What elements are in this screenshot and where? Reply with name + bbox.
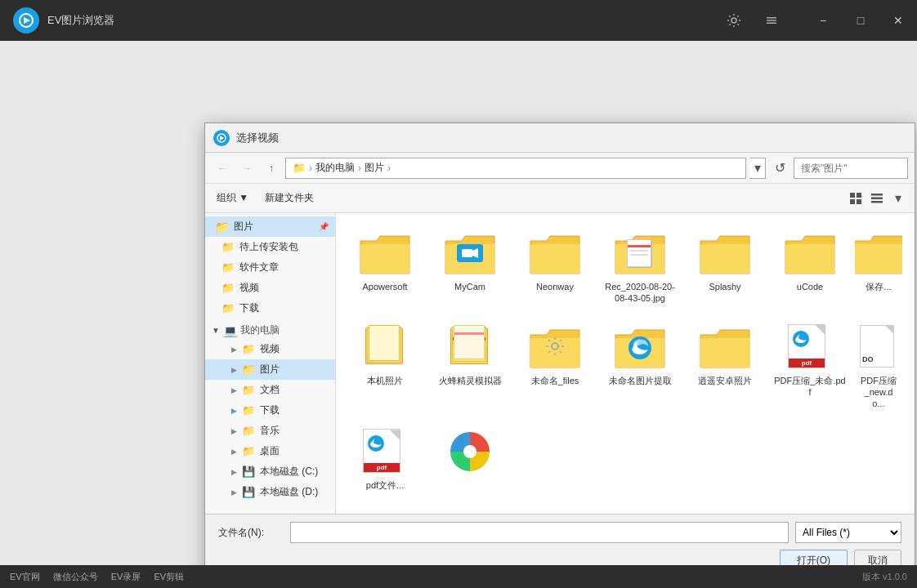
sidebar-item-download[interactable]: 📁 下载 — [205, 298, 335, 318]
file-item-neonway[interactable]: Neonway — [514, 221, 596, 312]
file-icon-mycam — [441, 229, 499, 278]
file-item-pdf3[interactable]: pdf pdf文件... — [344, 420, 426, 498]
folder-icon-pending: 📁 — [221, 241, 235, 253]
file-item-mycam[interactable]: MyCam — [429, 221, 511, 312]
new-folder-button[interactable]: 新建文件夹 — [260, 189, 319, 207]
minimize-button[interactable]: − — [804, 0, 842, 41]
file-item-colors[interactable] — [429, 420, 511, 498]
svg-marker-4 — [220, 136, 224, 140]
file-item-unnamed-files[interactable]: 未命名_files — [514, 315, 596, 417]
footer-version: 版本 v1.0.0 — [862, 571, 907, 583]
file-item-ucode[interactable]: uCode — [769, 221, 851, 312]
svg-rect-8 — [857, 199, 861, 204]
sidebar-label-video: 视频 — [239, 281, 259, 295]
sidebar-item-pending[interactable]: 📁 待上传安装包 — [205, 237, 335, 257]
svg-point-16 — [793, 331, 809, 347]
file-item-huofeng[interactable]: 火蜂精灵模拟器 — [429, 315, 511, 417]
svg-point-19 — [463, 445, 476, 458]
address-bar: ← → ↑ 📁 › 我的电脑 › 图片 › ▾ ↺ — [205, 153, 915, 184]
view-grid-button[interactable] — [846, 189, 866, 208]
svg-point-14 — [552, 343, 558, 350]
sidebar-item-pictures2[interactable]: ▶ 📁 图片 — [205, 359, 335, 380]
footer-link-website[interactable]: EV官网 — [10, 571, 40, 583]
search-input[interactable] — [794, 158, 908, 179]
forward-button[interactable]: → — [236, 158, 257, 179]
file-item-pdf2[interactable]: DO PDF压缩_new.do... — [854, 315, 903, 417]
filename-input[interactable] — [290, 522, 789, 543]
sidebar-item-video2[interactable]: ▶ 📁 视频 — [205, 339, 335, 359]
svg-marker-1 — [24, 17, 30, 24]
sidebar-item-disk-c[interactable]: ▶ 💾 本地磁盘 (C:) — [205, 461, 335, 482]
svg-point-17 — [368, 435, 384, 452]
file-item-local-photos[interactable]: 本机照片 — [344, 315, 426, 417]
settings-icon-btn[interactable] — [719, 6, 749, 35]
expand-icon-downloads2: ▶ — [231, 407, 237, 415]
expand-icon-disk-d: ▶ — [231, 488, 237, 497]
file-item-unnamed-extract[interactable]: 未命名图片提取 — [599, 315, 681, 417]
file-item-splashy[interactable]: Splashy — [684, 221, 766, 312]
computer-icon: 💻 — [223, 324, 237, 337]
sidebar-label-desktop: 桌面 — [260, 444, 280, 458]
footer-link-wechat[interactable]: 微信公众号 — [53, 571, 98, 583]
sidebar-label-pictures: 图片 — [234, 220, 253, 234]
sidebar-label-video2: 视频 — [260, 342, 280, 356]
file-item-pdf1[interactable]: pdf PDF压缩_未命.pdf — [769, 315, 851, 417]
refresh-button[interactable]: ↺ — [769, 158, 790, 179]
sidebar-label-pending: 待上传安装包 — [239, 240, 298, 254]
dropdown-icon-btn[interactable] — [757, 6, 786, 35]
sidebar-label-disk-c: 本地磁盘 (C:) — [260, 465, 318, 479]
file-item-xiaoyao[interactable]: 逍遥安卓照片 — [684, 315, 766, 417]
file-icon-rec — [611, 229, 669, 278]
file-name-splashy: Splashy — [709, 281, 740, 292]
expand-icon-disk-c: ▶ — [231, 468, 237, 476]
file-grid: Apowersoft — [336, 213, 915, 507]
file-scroll-container[interactable]: Apowersoft — [336, 213, 915, 514]
app-logo — [13, 7, 39, 33]
sidebar-item-video[interactable]: 📁 视频 — [205, 278, 335, 298]
sidebar-item-downloads2[interactable]: ▶ 📁 下载 — [205, 400, 335, 421]
file-item-save[interactable]: 保存... — [854, 221, 903, 312]
back-button[interactable]: ← — [212, 158, 233, 179]
view-dropdown-button[interactable]: ▾ — [888, 189, 908, 208]
organize-button[interactable]: 组织 ▼ — [212, 189, 253, 207]
up-button[interactable]: ↑ — [261, 158, 282, 179]
sidebar-mycomputer[interactable]: ▼ 💻 我的电脑 — [205, 318, 335, 339]
sidebar-item-music[interactable]: ▶ 📁 音乐 — [205, 421, 335, 441]
file-icon-colors — [441, 427, 499, 476]
app-area: 选择视频 ← → ↑ 📁 › 我的电脑 › 图片 › ▾ ↺ 组织 ▼ 新建文件… — [0, 41, 917, 588]
file-icon-unnamed-files — [526, 323, 584, 372]
app-title: EV图片浏览器 — [47, 13, 114, 28]
path-part-pictures: 图片 — [365, 161, 384, 175]
filetype-select[interactable]: All Files (*) — [795, 522, 901, 543]
sidebar-item-pictures[interactable]: 📁 图片 📌 — [205, 216, 335, 237]
close-button[interactable]: ✕ — [879, 0, 917, 41]
disk-icon-c: 💾 — [242, 466, 255, 478]
address-path[interactable]: 📁 › 我的电脑 › 图片 › — [285, 158, 746, 179]
view-list-button[interactable] — [867, 189, 887, 208]
sidebar-item-documents[interactable]: ▶ 📁 文档 — [205, 380, 335, 400]
path-icon: 📁 — [293, 162, 306, 174]
file-name-pdf3: pdf文件... — [366, 479, 404, 491]
expand-icon-mycomputer: ▼ — [212, 326, 220, 335]
file-item-rec[interactable]: Rec_2020-08-20-08-43-05.jpg — [599, 221, 681, 312]
address-dropdown[interactable]: ▾ — [749, 158, 766, 179]
folder-icon-pictures2: 📁 — [242, 363, 255, 376]
sidebar-item-disk-d[interactable]: ▶ 💾 本地磁盘 (D:) — [205, 482, 335, 502]
footer-link-editor[interactable]: EV剪辑 — [154, 571, 184, 583]
sidebar-item-software[interactable]: 📁 软件文章 — [205, 257, 335, 278]
file-name-unnamed-extract: 未命名图片提取 — [609, 375, 672, 386]
maximize-button[interactable]: □ — [842, 0, 879, 41]
sidebar-label-pictures2: 图片 — [260, 363, 280, 376]
file-item-apowersoft[interactable]: Apowersoft — [344, 221, 426, 312]
file-icon-ucode — [781, 229, 839, 278]
folder-icon-software: 📁 — [221, 261, 235, 274]
titlebar-icon-area — [719, 0, 786, 41]
path-part-computer: 我的电脑 — [315, 161, 355, 175]
expand-icon-documents: ▶ — [231, 386, 237, 394]
dialog-toolbar: 组织 ▼ 新建文件夹 ▾ — [205, 184, 915, 213]
titlebar: EV图片浏览器 − □ ✕ — [0, 0, 917, 41]
svg-rect-5 — [850, 193, 855, 198]
file-icon-save — [854, 229, 903, 278]
footer-link-recorder[interactable]: EV录屏 — [111, 571, 141, 583]
sidebar-item-desktop[interactable]: ▶ 📁 桌面 — [205, 441, 335, 461]
